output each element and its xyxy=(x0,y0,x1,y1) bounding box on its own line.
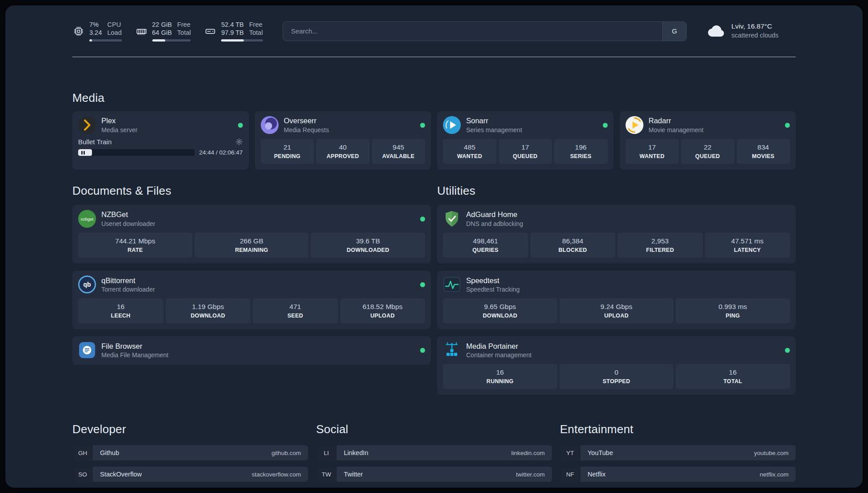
cpu-icon xyxy=(72,25,85,38)
service-card-overseerr: Overseerr Media Requests 21 PENDING 40 A… xyxy=(255,111,431,170)
bookmark-twitter[interactable]: TW Twitter twitter.com xyxy=(316,467,552,482)
plex-link[interactable]: Plex Media server xyxy=(78,116,243,134)
stat-label: WANTED xyxy=(627,152,677,160)
service-description: Speedtest Tracking xyxy=(466,285,520,293)
developer-column: Developer GH Github github.com SO StackO… xyxy=(72,422,308,488)
radarr-icon xyxy=(626,116,643,134)
bookmark-linkedin[interactable]: LI LinkedIn linkedin.com xyxy=(316,445,552,460)
radarr-link[interactable]: Radarr Movie management xyxy=(626,116,790,134)
bookmark-abbr: TW xyxy=(316,467,337,482)
section-title-entertainment: Entertainment xyxy=(560,422,796,436)
stat-tile: 47.571 ms LATENCY xyxy=(705,233,790,258)
plex-icon xyxy=(78,116,96,134)
stat-tile: 9.65 Gbps DOWNLOAD xyxy=(443,298,557,323)
stat-value: 945 xyxy=(374,143,424,152)
disk-progress-bar xyxy=(221,39,263,42)
stat-value: 40 xyxy=(318,143,368,152)
qbittorrent-link[interactable]: qb qBittorrent Torrent downloader xyxy=(78,276,425,293)
stat-value: 0 xyxy=(561,368,672,377)
disk-icon xyxy=(204,25,217,38)
stat-label: QUERIES xyxy=(445,246,526,254)
search-provider-button[interactable]: G xyxy=(662,22,686,41)
bookmark-netflix[interactable]: NF Netflix netflix.com xyxy=(560,467,796,482)
stat-label: FILTERED xyxy=(619,246,701,254)
stat-label: RATE xyxy=(80,246,191,254)
weather-widget[interactable]: Lviv, 16.87°C scattered clouds xyxy=(706,22,796,40)
stat-value: 0.993 ms xyxy=(677,302,788,312)
bookmark-abbr: YT xyxy=(560,445,580,460)
memory-total-value: 64 GiB xyxy=(152,29,172,37)
stat-tile: 471 SEED xyxy=(253,298,338,323)
bookmark-domain: linkedin.com xyxy=(511,450,545,456)
stat-label: WANTED xyxy=(445,152,495,160)
bookmark-github[interactable]: GH Github github.com xyxy=(72,445,308,460)
bookmark-youtube[interactable]: YT YouTube youtube.com xyxy=(560,445,796,460)
stat-value: 16 xyxy=(80,302,162,312)
portainer-link[interactable]: Media Portainer Container management xyxy=(443,341,790,359)
stat-label: PENDING xyxy=(263,152,313,160)
dashboard-window: 7% 3.24 CPU Load xyxy=(5,5,863,488)
stats-row: 744.21 Mbps RATE 266 GB REMAINING 39.6 T… xyxy=(78,233,425,258)
stats-row: 485 WANTED 17 QUEUED 196 SERIES xyxy=(443,139,608,164)
stat-label: TOTAL xyxy=(677,377,788,385)
service-name: qBittorrent xyxy=(101,276,155,285)
search-input[interactable] xyxy=(283,27,662,35)
service-description: Series management xyxy=(466,126,522,134)
pause-icon[interactable] xyxy=(81,151,85,155)
service-card-qbittorrent: qb qBittorrent Torrent downloader 16 LEE… xyxy=(72,271,431,329)
stat-value: 485 xyxy=(445,143,495,152)
bookmark-domain: netflix.com xyxy=(760,471,789,478)
speedtest-link[interactable]: Speedtest Speedtest Tracking xyxy=(443,276,790,293)
stat-label: AVAILABLE xyxy=(374,152,424,160)
service-name: Radarr xyxy=(649,116,704,125)
memory-label-1: Free xyxy=(177,21,191,29)
stat-label: DOWNLOAD xyxy=(445,312,555,320)
stat-value: 21 xyxy=(263,143,313,152)
overseerr-icon xyxy=(261,116,279,134)
disk-total-value: 97.9 TB xyxy=(221,29,244,37)
bookmark-domain: stackoverflow.com xyxy=(252,471,301,478)
disk-label-2: Total xyxy=(249,29,263,37)
weather-text: Lviv, 16.87°C scattered clouds xyxy=(731,22,779,40)
memory-readout: 22 GiB 64 GiB Free Total xyxy=(152,21,191,42)
weather-condition: scattered clouds xyxy=(731,31,779,40)
playback-progress-bar[interactable] xyxy=(78,149,195,156)
stat-tile: 945 AVAILABLE xyxy=(372,139,426,164)
bookmark-stackoverflow[interactable]: SO StackOverflow stackoverflow.com xyxy=(72,467,308,482)
service-card-portainer: Media Portainer Container management 16 … xyxy=(437,336,796,395)
section-title-developer: Developer xyxy=(72,422,308,436)
filebrowser-link[interactable]: File Browser Media File Management xyxy=(78,341,425,359)
gear-icon[interactable] xyxy=(235,138,243,146)
stat-label: SEED xyxy=(255,312,336,320)
service-name: Sonarr xyxy=(466,116,522,125)
bookmark-abbr: SO xyxy=(72,467,93,482)
nzbget-link[interactable]: nzbget NZBGet Usenet downloader xyxy=(78,210,425,228)
sonarr-link[interactable]: Sonarr Series management xyxy=(443,116,608,134)
stats-row: 21 PENDING 40 APPROVED 945 AVAILABLE xyxy=(261,139,426,164)
stat-value: 39.6 TB xyxy=(313,237,423,246)
topbar: 7% 3.24 CPU Load xyxy=(72,21,796,42)
disk-widget: 52.4 TB 97.9 TB Free Total xyxy=(204,21,263,42)
service-card-plex: Plex Media server Bullet Train xyxy=(72,111,249,170)
stat-tile: 834 MOVIES xyxy=(737,139,790,164)
service-description: Movie management xyxy=(649,126,704,134)
stat-label: QUEUED xyxy=(501,152,551,160)
status-dot xyxy=(785,348,790,353)
overseerr-link[interactable]: Overseerr Media Requests xyxy=(261,116,426,134)
service-description: Media server xyxy=(101,126,138,134)
service-card-nzbget: nzbget NZBGet Usenet downloader 744.21 M… xyxy=(72,205,431,263)
stat-value: 196 xyxy=(556,143,606,152)
speedtest-icon xyxy=(443,276,461,293)
nzbget-icon: nzbget xyxy=(78,210,96,228)
disk-label-1: Free xyxy=(249,21,263,29)
cpu-readout: 7% 3.24 CPU Load xyxy=(89,21,122,42)
service-description: Container management xyxy=(466,351,531,359)
section-title-media: Media xyxy=(72,91,796,105)
status-dot xyxy=(420,123,425,128)
adguard-link[interactable]: AdGuard Home DNS and adblocking xyxy=(443,210,790,228)
stat-tile: 9.24 Gbps UPLOAD xyxy=(559,298,674,323)
stat-tile: 17 QUEUED xyxy=(499,139,552,164)
documents-column: Documents & Files nzbget NZBGet U xyxy=(72,184,431,365)
stat-value: 47.571 ms xyxy=(707,237,789,246)
section-title-social: Social xyxy=(316,422,552,436)
